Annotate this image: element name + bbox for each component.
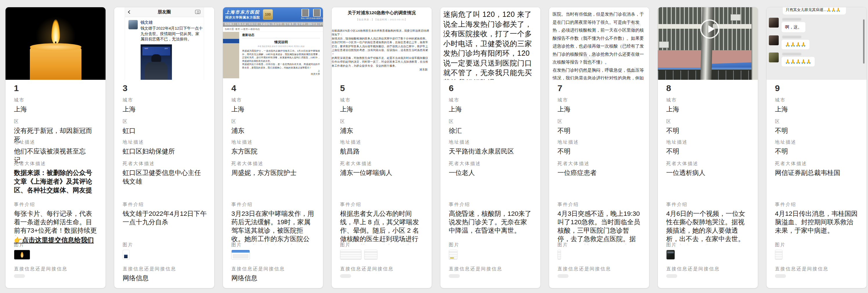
district-value: 徐汇 xyxy=(449,126,533,135)
attachment-thumbnail[interactable] xyxy=(364,250,377,260)
field-label-direct: 直接信息还是间接信息 xyxy=(558,267,642,271)
record-card-4[interactable]: 上海市东方医院 同济大学附属东方医院 100 微信二维码 患者移动服务平台 医院… xyxy=(223,7,323,288)
attachment-thumbnail[interactable] xyxy=(666,250,675,260)
record-number: 7 xyxy=(558,83,562,93)
record-card-8[interactable]: 8 城市上海 区不明 地址描述不明 死者大体描述一位透析病人 事件介绍4月6日的… xyxy=(657,7,758,288)
announcement-paragraph: 周盛妮同志工作勤恳，任劳任怨，是一名优秀的白衣天使。周盛妮同志的不幸去世，是我院… xyxy=(242,63,320,69)
deceased-value: 一位透析病人 xyxy=(666,169,751,177)
field-label-address: 地址描述 xyxy=(666,140,751,144)
attachment-thumbnail[interactable] xyxy=(14,250,30,260)
attachment-thumbnail[interactable] xyxy=(123,250,130,260)
site-section-title: 最新动态 xyxy=(242,33,320,38)
address-value: 不明 xyxy=(775,147,859,156)
metal-pole xyxy=(701,7,713,80)
field-label-city: 城市 xyxy=(14,98,98,102)
document-title: 关于对浦东120急救中心的调查情况 xyxy=(332,10,432,16)
chat-bubble: 🙏🙏🙏🙏 xyxy=(782,40,809,49)
avatar xyxy=(769,53,779,62)
air-conditioner xyxy=(731,14,740,21)
record-number: 4 xyxy=(231,83,236,93)
field-label-address: 地址描述 xyxy=(558,140,642,144)
record-number: 8 xyxy=(666,83,671,93)
field-label-event: 事件介绍 xyxy=(14,202,98,207)
address-value: 天平路街道永康居民区 xyxy=(449,147,533,156)
field-label-address: 地址描述 xyxy=(340,140,425,144)
direct-info-empty-value xyxy=(340,274,351,278)
attachment-thumbnail[interactable] xyxy=(449,250,458,260)
field-label-city: 城市 xyxy=(231,98,316,102)
attachment-thumbnail[interactable] xyxy=(340,250,362,260)
field-label-direct: 直接信息还是间接信息 xyxy=(775,267,859,271)
document-line: 的离世深表悲痛，对急救医生由于经验不足、处置不当未能及时出借车载除颤仪 xyxy=(332,56,431,60)
field-label-direct: 直接信息还是间接信息 xyxy=(231,267,316,271)
record-card-9[interactable]: 只有其女儿眼见其病逝...🙏🙏🙏 啊，这。 🙏🙏🙏🙏 🙏🙏🙏🙏🙏 9 城市上海 … xyxy=(766,7,867,288)
back-chevron-icon xyxy=(128,10,132,14)
weibo-paragraph: 医院。当时有些低烧，但是发热门诊在消杀，于是在门口的黑夜里等待了很久。可是由于有… xyxy=(553,10,646,66)
record-card-5[interactable]: 关于对浦东120急救中心的调查情况 【信息来源：】【信息时间：2022-03-3… xyxy=(331,7,432,288)
deceased-value: 一位老人 xyxy=(449,169,533,177)
scoreboard-label: JUV xyxy=(164,48,167,55)
field-label-city: 城市 xyxy=(340,98,425,102)
gallery-board: 1 城市上海 区没有死于新冠，却因新冠而死 地址描述他们不应该被漠视甚至忘记。 … xyxy=(0,0,868,293)
qr-code xyxy=(302,9,309,17)
field-label-event: 事件介绍 xyxy=(231,202,316,207)
qr-caption: 微信二维码 xyxy=(301,17,310,20)
record-card-6[interactable]: 迷病危了叫 120，120 来了说全上海发热门诊都关了，没有医院接收，打了一个多… xyxy=(440,7,541,288)
document-line: 生作出停职处理的决定，同时举一反三，对全区医务工作人员加强教育，在当前 xyxy=(332,60,431,63)
field-label-deceased: 死者大体描述 xyxy=(231,161,316,166)
avatar xyxy=(769,18,779,28)
field-label-address: 地址描述 xyxy=(449,140,533,144)
deceased-value: 数据来源：被删除的公众号文章《上海逝者》及其评论区、各种社交媒体、网友提供信息。 xyxy=(14,169,98,195)
event-value: 钱文雄于2022年4月12日下午一点十九分自杀 xyxy=(123,209,207,226)
play-button-icon[interactable] xyxy=(700,20,719,38)
video-thumbnail xyxy=(658,7,758,80)
announcement-signature: 同济大学 xyxy=(242,72,320,76)
field-label-deceased: 死者大体描述 xyxy=(340,161,425,166)
city-value: 上海 xyxy=(340,105,425,114)
record-card-3[interactable]: 朋友圈 钱文雄 钱文雄于2022年4月12日下午一点十九分去世。疫情期间一切从简… xyxy=(114,7,215,288)
event-value: 4月3日突感不适，晚上19:30叫了120急救。当时面临全员核酸，三甲医院门急诊… xyxy=(558,209,642,244)
event-value: 高烧昏迷，核酸阴，120来了说发热门诊关了。无奈在家中降温，在昏迷中离世。 xyxy=(449,209,533,235)
direct-info-value: 网络信息 xyxy=(231,274,316,283)
field-label-direct: 直接信息还是间接信息 xyxy=(14,267,98,271)
field-label-direct: 直接信息还是间接信息 xyxy=(666,267,751,271)
moments-title: 朋友圈 xyxy=(158,9,171,15)
field-label-images: 图片 xyxy=(666,242,751,247)
field-label-district: 区 xyxy=(775,119,859,124)
district-value: 浦东 xyxy=(340,126,425,135)
chat-scrollbar[interactable] xyxy=(863,20,865,63)
avatar xyxy=(769,35,779,45)
attachment-thumbnail[interactable] xyxy=(775,250,782,260)
city-value: 上海 xyxy=(449,105,533,114)
city-value: 上海 xyxy=(666,105,751,114)
announcement-meta: 作者:系统管理员 发表于:2022/3/25 2:46:41 有233人阅读 xyxy=(242,45,320,48)
document-line: 报如下： xyxy=(332,32,431,36)
document-line: ！ xyxy=(332,52,431,56)
camera-icon xyxy=(195,10,200,14)
document-signature: 浦东新 xyxy=(332,67,431,71)
candle-photo xyxy=(5,7,105,80)
field-label-address: 地址描述 xyxy=(231,140,316,144)
field-label-deceased: 死者大体描述 xyxy=(558,161,642,166)
site-brand: 上海市东方医院 xyxy=(225,9,260,15)
field-label-direct: 直接信息还是间接信息 xyxy=(449,267,533,271)
field-label-images: 图片 xyxy=(14,242,98,247)
field-label-direct: 直接信息还是间接信息 xyxy=(340,267,425,271)
event-value: 4月6日的一个视频，一位女性在撕心裂肺地哭泣。据视频描述，她的亲人要做透析，出不… xyxy=(666,209,751,244)
direct-info-empty-value xyxy=(666,274,677,278)
field-label-district: 区 xyxy=(449,119,533,124)
sidebar-selected-item xyxy=(223,39,239,43)
attachment-thumbnail[interactable] xyxy=(558,250,561,260)
attachment-thumbnail[interactable] xyxy=(231,250,250,260)
chat-bubble: 只有其女儿眼见其病逝...🙏🙏🙏 xyxy=(783,7,846,14)
moments-text: 钱文雄于2022年4月12日下午一点十九分去世。疫情期间一切从简。家属目前悲痛不… xyxy=(141,26,203,42)
city-value: 上海 xyxy=(775,105,859,114)
record-card-1[interactable]: 1 城市上海 区没有死于新冠，却因新冠而死 地址描述他们不应该被漠视甚至忘记。 … xyxy=(5,7,106,288)
person-silhouette xyxy=(145,62,167,80)
record-card-7[interactable]: 医院。当时有些低烧，但是发热门诊在消杀，于是在门口的黑夜里等待了很久。可是由于有… xyxy=(549,7,649,288)
direct-info-empty-value xyxy=(775,274,786,278)
wechat-moments-screenshot: 朋友圈 钱文雄 钱文雄于2022年4月12日下午一点十九分去世。疫情期间一切从简… xyxy=(114,7,214,80)
wechat-group-chat-screenshot: 只有其女儿眼见其病逝...🙏🙏🙏 啊，这。 🙏🙏🙏🙏 🙏🙏🙏🙏🙏 xyxy=(767,7,867,80)
city-value: 上海 xyxy=(558,105,642,114)
field-label-event: 事件介绍 xyxy=(666,202,751,207)
